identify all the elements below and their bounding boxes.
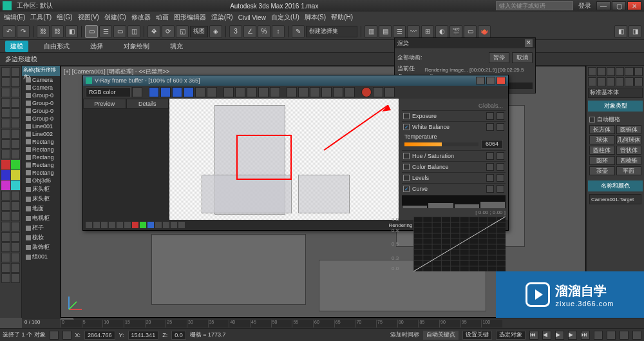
vfb-render-view[interactable] [169, 99, 399, 220]
play-icon[interactable]: ▶ [555, 331, 564, 340]
vfb-show-cc-icon[interactable] [384, 87, 395, 97]
help-search-input[interactable]: 键入关键字或短语 [496, 1, 573, 10]
cc-exposure-expand-icon[interactable] [497, 112, 504, 120]
explorer-item[interactable]: 装饰柜 [22, 242, 60, 252]
cat-helpers[interactable] [625, 77, 633, 86]
time-slider[interactable]: 0 05101520253035404550556065707580859095… [22, 318, 644, 328]
explorer-item[interactable]: Camera [22, 84, 60, 92]
menu-view[interactable]: 视图(V) [78, 13, 99, 22]
ribbon-tab-modeling[interactable]: 建模 [5, 41, 28, 52]
rollout-namecolor-header[interactable]: 名称和颜色 [588, 180, 643, 191]
ltool-7[interactable] [1, 98, 10, 108]
curve-editor-button[interactable]: 〰 [407, 25, 420, 38]
cat-geometry[interactable] [588, 77, 596, 86]
ltool-34[interactable] [11, 263, 20, 273]
snap-toggle[interactable]: 3 [229, 25, 242, 38]
vfb-sb-7[interactable] [155, 222, 162, 228]
explorer-item[interactable]: Rectang [22, 153, 60, 161]
vfb-lens-icon[interactable] [333, 87, 343, 97]
vfb-mono-icon[interactable] [207, 87, 217, 97]
ribbon-tab-freeform[interactable]: 自由形式 [39, 41, 75, 52]
menu-tools[interactable]: 工具(T) [30, 13, 52, 22]
schematic-button[interactable]: ⊞ [421, 25, 434, 38]
explorer-item[interactable]: Rectang [22, 146, 60, 153]
menu-group[interactable]: 组(G) [57, 13, 72, 22]
cmdtab-display[interactable] [625, 67, 633, 76]
cmdtab-modify[interactable] [597, 67, 605, 76]
ltool-9[interactable] [1, 108, 10, 118]
menu-edit[interactable]: 编辑(E) [4, 13, 25, 22]
ltool-2[interactable] [11, 67, 20, 77]
cc-cb-reset-icon[interactable] [486, 163, 494, 171]
cc-colorbalance-checkbox[interactable] [403, 164, 410, 170]
render-frame-button[interactable]: ▭ [464, 25, 477, 38]
unlink-button[interactable]: ⛓ [51, 25, 64, 38]
cc-cb-expand-icon[interactable] [497, 163, 504, 171]
ltool-29[interactable] [1, 242, 10, 252]
explorer-item[interactable]: Group-0 [22, 107, 60, 115]
ltool-4[interactable] [11, 77, 20, 87]
ltool-14[interactable] [11, 129, 20, 139]
link-button[interactable]: ⛓ [37, 25, 50, 38]
explorer-item[interactable]: 地面 [22, 204, 60, 213]
nav-orbit-icon[interactable] [620, 331, 629, 340]
cc-exposure-checkbox[interactable] [403, 113, 410, 119]
vfb-trackmouse-icon[interactable] [287, 87, 297, 97]
vray-frame-buffer[interactable]: V-Ray frame buffer - [100% of 600 x 365]… [82, 75, 509, 231]
coord-x-field[interactable]: 2864.766 [84, 331, 115, 340]
ltool-12[interactable] [11, 119, 20, 128]
vfb-rgb-icon[interactable] [149, 87, 159, 97]
vfb-sb-blue[interactable] [147, 222, 154, 228]
ltool-24[interactable] [11, 211, 20, 221]
move-button[interactable]: ✥ [147, 25, 160, 38]
ltool-10[interactable] [11, 108, 20, 118]
primitive-button[interactable]: 茶壶 [589, 166, 615, 175]
cc-temperature-value[interactable]: 6064 [481, 140, 503, 149]
redo-button[interactable]: ↷ [17, 25, 30, 38]
pivot-button[interactable]: ◈ [209, 25, 222, 38]
vfb-clear-icon[interactable] [247, 87, 257, 97]
scene-explorer[interactable]: 名称(按升序排序) CameraCameraGroup-0Group-0Grou… [22, 66, 61, 318]
isolate-icon[interactable] [62, 331, 71, 340]
ltool-19[interactable] [1, 191, 10, 200]
rotate-button[interactable]: ⟳ [162, 25, 175, 38]
vfb-sb-3[interactable] [101, 222, 108, 228]
ltool-21[interactable] [1, 201, 10, 211]
ltool-18[interactable] [11, 150, 20, 159]
menu-script[interactable]: 脚本(S) [305, 13, 326, 22]
object-name-field[interactable] [589, 194, 641, 204]
explorer-item[interactable]: 梳妆 [22, 233, 60, 242]
cc-curve-collapse-icon[interactable] [497, 185, 504, 193]
vfb-sb-2[interactable] [93, 222, 100, 228]
ribbon-tab-populate[interactable]: 填充 [165, 41, 188, 52]
explorer-item[interactable]: Camera [22, 76, 60, 84]
palette-cyan[interactable] [11, 180, 20, 190]
vfb-history-details-tab[interactable]: Details [126, 99, 169, 109]
explorer-item[interactable]: 组001 [22, 252, 60, 262]
render-setup-button[interactable]: 🎬 [450, 25, 462, 38]
vfb-sb-8[interactable] [163, 222, 169, 228]
ribbon-tab-objectpaint[interactable]: 对象绘制 [118, 41, 155, 52]
menu-modifiers[interactable]: 修改器 [131, 13, 151, 22]
play-next-icon[interactable]: ▶ [568, 331, 577, 340]
play-prev-icon[interactable]: ◀ [542, 331, 551, 340]
cc-temperature-slider[interactable] [404, 142, 478, 146]
ltool-25[interactable] [1, 222, 10, 231]
select-region-button[interactable]: ▭ [113, 25, 126, 38]
ltool-26[interactable] [11, 222, 20, 231]
named-sel-dropdown[interactable]: 创建选择集 [306, 26, 357, 37]
play-start-icon[interactable]: ⏮ [529, 331, 538, 340]
ltool-13[interactable] [1, 129, 10, 139]
cc-wb-collapse-icon[interactable] [497, 123, 504, 131]
vfb-sb-1[interactable] [86, 222, 92, 228]
explorer-item[interactable]: Group-0 [22, 99, 60, 107]
refcoord-dropdown[interactable]: 视图 [190, 26, 208, 37]
cat-cameras[interactable] [616, 77, 624, 86]
primitive-button[interactable]: 管状体 [616, 146, 642, 155]
menu-animation[interactable]: 动画 [156, 13, 169, 22]
primitive-button[interactable]: 球体 [589, 135, 615, 144]
ltool-23[interactable] [1, 211, 10, 221]
minimize-button[interactable]: — [596, 1, 611, 10]
undo-button[interactable]: ↶ [3, 25, 15, 38]
nav-max-icon[interactable] [632, 331, 641, 340]
